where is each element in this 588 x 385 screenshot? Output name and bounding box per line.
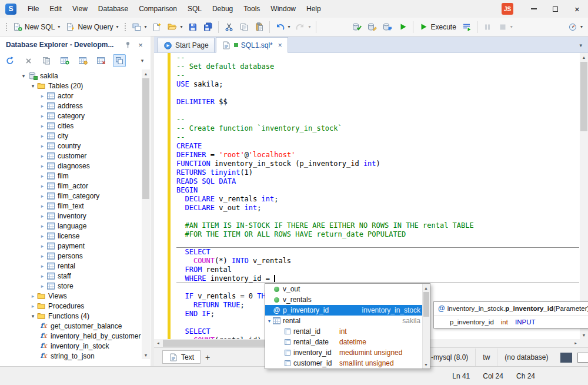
completion-item-v_rentals[interactable]: v_rentals — [265, 294, 430, 305]
execute-button[interactable]: Execute — [416, 20, 459, 34]
refresh-button[interactable] — [4, 54, 16, 67]
menu-file[interactable]: File — [22, 0, 44, 18]
delete-object-button[interactable] — [95, 54, 108, 67]
close-tab-icon[interactable]: × — [278, 41, 282, 49]
collapse-arrow-icon[interactable]: ▾ — [29, 313, 36, 319]
menu-view[interactable]: View — [67, 0, 93, 18]
close-button[interactable]: × — [566, 0, 588, 18]
tree-item-procedures[interactable]: ▸Procedures — [0, 301, 141, 311]
scroll-up-icon[interactable]: ▲ — [142, 69, 150, 78]
minimize-button[interactable] — [523, 0, 544, 18]
scroll-right-icon[interactable]: ▸ — [572, 339, 580, 347]
expand-arrow-icon[interactable]: ▸ — [39, 183, 46, 189]
generate-script-button[interactable] — [380, 20, 395, 34]
expand-arrow-icon[interactable]: ▸ — [39, 153, 46, 159]
tree-item-payment[interactable]: ▸payment — [0, 241, 141, 251]
tree-item-views[interactable]: ▸Views — [0, 291, 141, 301]
tree-item-language[interactable]: ▸language — [0, 221, 141, 231]
menu-database[interactable]: Database — [93, 0, 133, 18]
completion-item-customer_id[interactable]: customer_idsmallint unsigned — [265, 358, 430, 369]
popup-scrollbar[interactable]: ▲ ▼ — [422, 284, 430, 369]
menu-help[interactable]: Help — [301, 0, 326, 18]
save-all-button[interactable] — [201, 20, 216, 34]
tab-start-page[interactable]: Start Page — [157, 38, 215, 52]
redo-button[interactable]: ▾ — [293, 20, 313, 34]
expand-arrow-icon[interactable]: ▸ — [39, 273, 46, 279]
window-list-button[interactable]: ▾ — [129, 20, 149, 34]
expand-arrow-icon[interactable]: ▸ — [39, 133, 46, 139]
dropdown-arrow-icon[interactable]: ▾ — [510, 24, 513, 29]
expand-arrow-icon[interactable]: ▸ — [39, 163, 46, 169]
popup-scrollbar-thumb[interactable] — [423, 292, 429, 317]
tree-item-inventory-held-by-customer[interactable]: fxinventory_held_by_customer — [0, 331, 141, 341]
connection-indicator[interactable]: -mysql (8.0) — [424, 349, 475, 366]
new-sql-button[interactable]: New SQL▾ — [10, 20, 63, 34]
tree-item-customer[interactable]: ▸customer — [0, 151, 141, 161]
scroll-down-icon[interactable]: ▼ — [422, 360, 430, 369]
tree-item-string-to-json[interactable]: fxstring_to_json — [0, 351, 141, 360]
expand-arrow-icon[interactable]: ▸ — [39, 263, 46, 269]
add-view-button[interactable]: + — [201, 353, 215, 362]
tree-item-get-customer-balance[interactable]: fxget_customer_balance — [0, 321, 141, 331]
tree-item-persons[interactable]: ▸persons — [0, 251, 141, 261]
menu-comparison[interactable]: Comparison — [133, 0, 182, 18]
split-view-toggle[interactable] — [577, 353, 588, 363]
expand-arrow-icon[interactable]: ▸ — [39, 93, 46, 99]
expand-arrow-icon[interactable]: ▸ — [29, 303, 36, 309]
editor-vscrollbar[interactable]: ▲ ▼ — [580, 53, 588, 339]
scroll-down-icon[interactable]: ▼ — [580, 331, 588, 339]
group-by-category-button[interactable] — [113, 54, 126, 67]
tree-item-film-text[interactable]: ▸film_text — [0, 201, 141, 211]
dropdown-arrow-icon[interactable]: ▾ — [580, 24, 583, 29]
duplicate-connection-button[interactable] — [40, 54, 53, 67]
tree-scrollbar-thumb[interactable] — [142, 78, 149, 199]
completion-item-p_inventory_id[interactable]: @p_inventory_idinventory_in_stock — [265, 305, 430, 316]
dropdown-arrow-icon[interactable]: ▾ — [288, 24, 290, 29]
dropdown-arrow-icon[interactable]: ▾ — [180, 24, 182, 29]
disconnect-button[interactable] — [22, 54, 35, 67]
vscrollbar-thumb[interactable] — [580, 62, 587, 131]
query-profiler-button[interactable]: ▾ — [565, 20, 586, 34]
expand-arrow-icon[interactable]: ▸ — [39, 123, 46, 129]
tab-list-dropdown-icon[interactable]: ▾ — [579, 42, 582, 48]
expand-arrow-icon[interactable]: ▸ — [39, 243, 46, 249]
collapse-arrow-icon[interactable]: ▾ — [266, 318, 272, 324]
tree-item-tables-20[interactable]: ▾Tables (20) — [0, 81, 141, 91]
dropdown-arrow-icon[interactable]: ▾ — [116, 24, 118, 29]
expand-arrow-icon[interactable]: ▸ — [39, 103, 46, 109]
tree-item-sakila[interactable]: ▾sakila — [0, 71, 141, 81]
scroll-up-icon[interactable]: ▲ — [580, 53, 588, 61]
tree-item-film-actor[interactable]: ▸film_actor — [0, 181, 141, 191]
tree-item-inventory-in-stock[interactable]: fxinventory_in_stock — [0, 341, 141, 351]
paste-button[interactable] — [252, 20, 267, 34]
tab-sql1[interactable]: SQL1.sql*× — [216, 37, 288, 53]
tree-item-cities[interactable]: ▸cities — [0, 121, 141, 131]
menu-edit[interactable]: Edit — [44, 0, 67, 18]
save-button[interactable] — [185, 20, 201, 34]
stop-button[interactable]: ▾ — [495, 20, 516, 34]
tree-item-functions-4[interactable]: ▾Functions (4) — [0, 311, 141, 321]
scroll-down-icon[interactable]: ▼ — [142, 351, 150, 359]
cut-button[interactable] — [221, 20, 236, 34]
new-query-button[interactable]: New Query▾ — [63, 20, 121, 34]
new-document-button[interactable] — [149, 20, 165, 34]
collapse-arrow-icon[interactable]: ▾ — [29, 83, 36, 89]
expand-arrow-icon[interactable]: ▸ — [39, 213, 46, 219]
maximize-button[interactable] — [544, 0, 566, 18]
completion-item-rental_id[interactable]: rental_idint — [265, 326, 430, 337]
menu-tools[interactable]: Tools — [238, 0, 265, 18]
run-script-button[interactable] — [395, 20, 410, 34]
expand-arrow-icon[interactable]: ▸ — [39, 113, 46, 119]
check-syntax-button[interactable] — [349, 20, 365, 34]
tree-item-film[interactable]: ▸film — [0, 171, 141, 181]
completion-item-rental[interactable]: ▾rentalsakila — [265, 316, 430, 326]
completion-item-rental_date[interactable]: rental_datedatetime — [265, 337, 430, 347]
tree-item-store[interactable]: ▸store — [0, 281, 141, 291]
dropdown-arrow-icon[interactable]: ▾ — [58, 24, 60, 29]
expand-arrow-icon[interactable]: ▸ — [39, 173, 46, 179]
menu-debug[interactable]: Debug — [207, 0, 238, 18]
completion-item-inventory_id[interactable]: inventory_idmediumint unsigned — [265, 347, 430, 358]
account-badge[interactable]: JS — [502, 3, 513, 15]
expand-arrow-icon[interactable]: ▸ — [39, 143, 46, 149]
completion-item-v_out[interactable]: v_out — [265, 284, 430, 294]
